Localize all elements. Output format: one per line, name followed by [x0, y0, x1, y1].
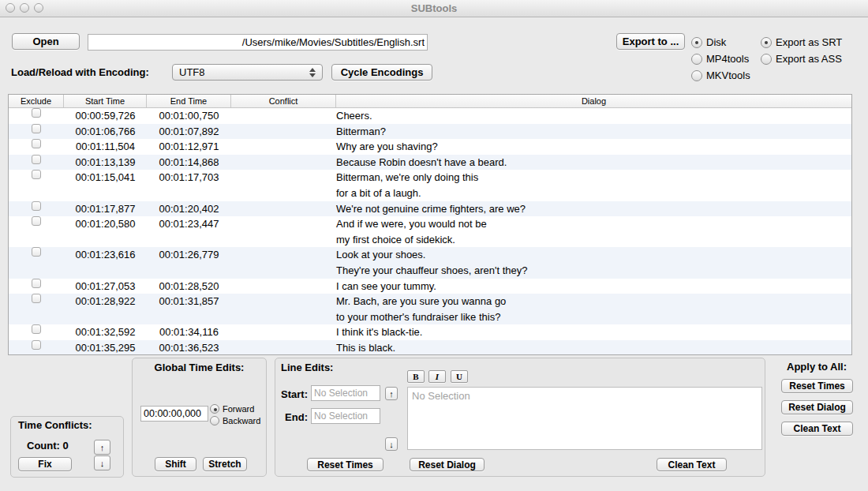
radio-mp4tools[interactable]: MP4tools: [691, 51, 750, 67]
column-header-end-time[interactable]: End Time: [147, 95, 231, 107]
exclude-checkbox[interactable]: [32, 139, 41, 148]
exclude-checkbox[interactable]: [32, 340, 41, 350]
start-time-cell: 00:01:06,766: [64, 124, 147, 140]
table-row[interactable]: 00:01:06,766 00:01:07,892 Bitterman?: [9, 124, 851, 140]
end-label: End:: [280, 411, 308, 423]
bold-button[interactable]: B: [407, 370, 425, 383]
conflict-cell: [231, 155, 336, 171]
radio-disk[interactable]: Disk: [691, 34, 750, 51]
stepper-icon: [309, 68, 316, 77]
end-time-cell: 00:01:23,447: [147, 216, 231, 247]
table-row[interactable]: 00:01:35,295 00:01:36,523 This is black.: [9, 340, 851, 355]
conflict-cell: [231, 324, 336, 340]
start-label: Start:: [280, 388, 308, 400]
conflict-cell: [231, 201, 336, 217]
table-row[interactable]: 00:01:15,041 00:01:17,703 Bitterman, we'…: [9, 170, 851, 201]
exclude-checkbox[interactable]: [32, 170, 41, 179]
dialog-cell: I think it's black-tie.: [336, 324, 851, 340]
line-next-button[interactable]: ↓: [385, 437, 398, 451]
table-row[interactable]: 00:01:17,877 00:01:20,402 We're not genu…: [9, 201, 851, 217]
end-time-cell: 00:01:34,116: [147, 324, 231, 340]
column-header-conflict[interactable]: Conflict: [231, 95, 336, 107]
exclude-checkbox[interactable]: [32, 201, 41, 211]
line-clean-text-button[interactable]: Clean Text: [657, 458, 727, 471]
table-body: 00:00:59,726 00:01:00,750 Cheers. 00:01:…: [9, 108, 851, 355]
column-header-exclude[interactable]: Exclude: [9, 95, 64, 107]
column-header-start-time[interactable]: Start Time: [64, 95, 147, 107]
line-edits-title: Line Edits:: [281, 362, 333, 373]
underline-button[interactable]: U: [451, 370, 468, 383]
conflict-next-button[interactable]: ↓: [94, 455, 110, 470]
radio-mp4tools-icon: [691, 54, 702, 65]
dialog-edit-area[interactable]: [407, 387, 762, 450]
exclude-checkbox[interactable]: [32, 155, 41, 164]
end-time-cell: 00:01:14,868: [147, 155, 231, 171]
stretch-button[interactable]: Stretch: [203, 457, 247, 471]
italic-button[interactable]: I: [428, 370, 446, 383]
fix-button[interactable]: Fix: [18, 457, 72, 471]
table-row[interactable]: 00:01:27,053 00:01:28,520 I can see your…: [9, 279, 851, 294]
end-time-cell: 00:01:07,892: [147, 124, 231, 140]
apply-reset-times-button[interactable]: Reset Times: [781, 379, 853, 393]
table-row[interactable]: 00:01:11,504 00:01:12,971 Why are you sh…: [9, 139, 851, 155]
dialog-cell: We're not genuine crime fighters, are we…: [336, 201, 851, 217]
conflict-prev-button[interactable]: ↑: [94, 440, 110, 455]
table-row[interactable]: 00:01:23,616 00:01:26,779 Look at your s…: [9, 247, 851, 278]
encoding-value: UTF8: [179, 66, 309, 78]
table-row[interactable]: 00:01:20,580 00:01:23,447 And if we were…: [9, 216, 851, 247]
encoding-select[interactable]: UTF8: [172, 64, 323, 81]
radio-forward[interactable]: Forward: [210, 403, 260, 414]
time-shift-input[interactable]: [140, 406, 208, 422]
table-row[interactable]: 00:01:13,139 00:01:14,868 Because Robin …: [9, 155, 851, 171]
apply-reset-dialog-button[interactable]: Reset Dialog: [781, 400, 853, 414]
up-arrow-icon: ↑: [100, 443, 105, 452]
cycle-encodings-button[interactable]: Cycle Encodings: [331, 64, 432, 81]
down-arrow-icon: ↓: [100, 459, 105, 468]
line-start-input[interactable]: [311, 385, 380, 401]
apply-clean-text-button[interactable]: Clean Text: [781, 422, 853, 436]
start-time-cell: 00:01:13,139: [64, 155, 147, 171]
shift-button[interactable]: Shift: [155, 457, 196, 471]
exclude-checkbox[interactable]: [32, 294, 41, 303]
direction-group: Forward Backward: [210, 403, 260, 426]
file-path-input[interactable]: [88, 34, 428, 51]
table-header: Exclude Start Time End Time Conflict Dia…: [9, 95, 851, 108]
table-row[interactable]: 00:01:32,592 00:01:34,116 I think it's b…: [9, 324, 851, 340]
radio-export-srt[interactable]: Export as SRT: [761, 34, 842, 51]
exclude-checkbox[interactable]: [32, 216, 41, 226]
dialog-cell: Bitterman, we're only doing this for a b…: [336, 170, 851, 201]
line-reset-dialog-button[interactable]: Reset Dialog: [410, 458, 485, 471]
start-time-cell: 00:01:17,877: [64, 201, 147, 217]
exclude-checkbox[interactable]: [32, 279, 41, 288]
conflict-count: Count: 0: [27, 440, 69, 452]
global-time-edits-panel: Global Time Edits: Forward Backward Shif…: [132, 358, 267, 477]
exclude-checkbox[interactable]: [32, 247, 41, 257]
dialog-cell: I can see your tummy.: [336, 279, 851, 294]
export-to-button[interactable]: Export to ...: [616, 33, 685, 50]
line-end-input[interactable]: [311, 408, 380, 424]
table-row[interactable]: 00:01:28,922 00:01:31,857 Mr. Bach, are …: [9, 294, 851, 324]
dialog-cell: This is black.: [336, 340, 851, 355]
radio-export-ass[interactable]: Export as ASS: [761, 51, 842, 67]
start-time-cell: 00:01:11,504: [64, 139, 147, 155]
conflict-cell: [231, 170, 336, 201]
window-title: SUBtools: [0, 2, 868, 14]
line-reset-times-button[interactable]: Reset Times: [307, 458, 383, 471]
end-time-cell: 00:01:12,971: [147, 139, 231, 155]
end-time-cell: 00:01:26,779: [147, 247, 231, 278]
column-header-dialog[interactable]: Dialog: [336, 95, 851, 107]
end-time-cell: 00:01:17,703: [147, 170, 231, 201]
encoding-label: Load/Reload with Encoding:: [11, 66, 149, 78]
radio-mkvtools[interactable]: MKVtools: [691, 67, 750, 84]
exclude-checkbox[interactable]: [32, 324, 41, 334]
radio-mkvtools-icon: [691, 70, 702, 81]
table-row[interactable]: 00:00:59,726 00:01:00,750 Cheers.: [9, 108, 851, 124]
end-time-cell: 00:01:00,750: [147, 108, 231, 124]
end-time-cell: 00:01:31,857: [147, 294, 231, 324]
exclude-checkbox[interactable]: [32, 124, 41, 133]
line-prev-button[interactable]: ↑: [385, 387, 398, 400]
open-button[interactable]: Open: [12, 33, 80, 50]
radio-backward[interactable]: Backward: [210, 414, 260, 426]
exclude-checkbox[interactable]: [32, 108, 41, 118]
conflict-cell: [231, 108, 336, 124]
